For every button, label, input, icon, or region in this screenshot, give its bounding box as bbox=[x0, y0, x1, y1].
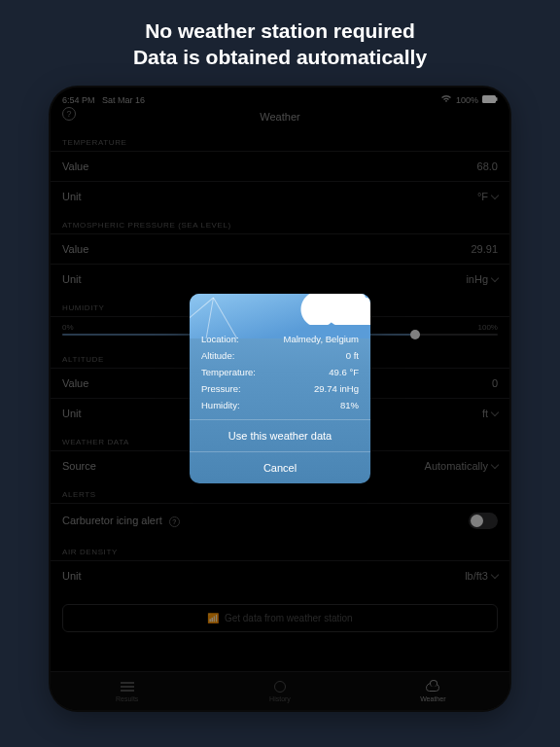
cloud-icon bbox=[293, 294, 370, 325]
modal-sky bbox=[190, 294, 370, 338]
key: Altitude: bbox=[201, 350, 234, 361]
modal-row-temperature: Temperature: 49.6 °F bbox=[201, 364, 359, 380]
cancel-button[interactable]: Cancel bbox=[190, 451, 370, 483]
weather-data-modal: Location: Malmedy, Belgium Altitude: 0 f… bbox=[190, 294, 370, 483]
modal-row-pressure: Pressure: 29.74 inHg bbox=[201, 380, 359, 397]
value: Malmedy, Belgium bbox=[284, 334, 359, 344]
promo-line-2: Data is obtained automatically bbox=[10, 44, 550, 70]
modal-body: Location: Malmedy, Belgium Altitude: 0 f… bbox=[190, 329, 370, 419]
value: 49.6 °F bbox=[329, 367, 359, 377]
value: 29.74 inHg bbox=[314, 383, 359, 394]
value: 0 ft bbox=[346, 350, 359, 361]
key: Pressure: bbox=[201, 383, 241, 394]
label: Cancel bbox=[263, 462, 297, 474]
value: 81% bbox=[340, 400, 359, 410]
modal-row-humidity: Humidity: 81% bbox=[201, 397, 359, 413]
key: Temperature: bbox=[201, 367, 256, 377]
label: Use this weather data bbox=[228, 430, 332, 442]
modal-row-altitude: Altitude: 0 ft bbox=[201, 347, 359, 364]
sun-ray-icon bbox=[213, 298, 243, 338]
promo-header: No weather station required Data is obta… bbox=[0, 0, 560, 85]
use-weather-data-button[interactable]: Use this weather data bbox=[190, 419, 370, 451]
key: Location: bbox=[201, 334, 239, 344]
promo-line-1: No weather station required bbox=[10, 18, 550, 44]
key: Humidity: bbox=[201, 400, 240, 410]
